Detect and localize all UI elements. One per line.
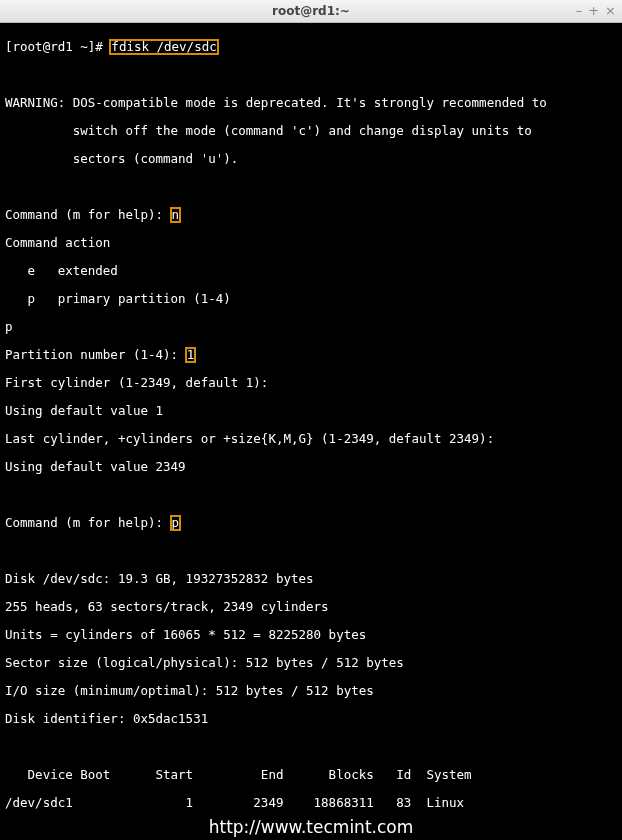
fdisk-action-extended: e extended — [5, 264, 617, 278]
maximize-button[interactable]: + — [588, 4, 599, 18]
close-button[interactable]: × — [605, 4, 616, 18]
default-value: Using default value 1 — [5, 404, 617, 418]
fdisk-prompt: Command (m for help): — [5, 208, 171, 222]
warning-line: WARNING: DOS-compatible mode is deprecat… — [5, 96, 617, 110]
terminal[interactable]: [root@rd1 ~]# fdisk /dev/sdc WARNING: DO… — [0, 23, 622, 840]
fdisk-action-primary: p primary partition (1-4) — [5, 292, 617, 306]
fdisk-input-p: p — [171, 516, 181, 530]
shell-command: fdisk /dev/sdc — [110, 40, 217, 54]
disk-info: Sector size (logical/physical): 512 byte… — [5, 656, 617, 670]
warning-line: switch off the mode (command 'c') and ch… — [5, 124, 617, 138]
partition-table-row: /dev/sdc1 1 2349 18868311 83 Linux — [5, 796, 617, 810]
fdisk-input-n: n — [171, 208, 181, 222]
disk-info: 255 heads, 63 sectors/track, 2349 cylind… — [5, 600, 617, 614]
window-controls: – + × — [576, 4, 616, 18]
window-titlebar: root@rd1:~ – + × — [0, 0, 622, 23]
fdisk-prompt: Command (m for help): — [5, 516, 171, 530]
fdisk-choice: p — [5, 320, 617, 334]
fdisk-action-header: Command action — [5, 236, 617, 250]
minimize-button[interactable]: – — [576, 4, 583, 18]
window-title: root@rd1:~ — [272, 4, 350, 18]
partition-number-value: 1 — [186, 348, 196, 362]
partition-table-header: Device Boot Start End Blocks Id System — [5, 768, 617, 782]
disk-info: Disk identifier: 0x5dac1531 — [5, 712, 617, 726]
warning-line: sectors (command 'u'). — [5, 152, 617, 166]
default-value: Using default value 2349 — [5, 460, 617, 474]
shell-prompt: [root@rd1 ~]# — [5, 40, 110, 54]
footer-url: http://www.tecmint.com — [0, 820, 622, 834]
first-cylinder: First cylinder (1-2349, default 1): — [5, 376, 617, 390]
disk-info: Units = cylinders of 16065 * 512 = 82252… — [5, 628, 617, 642]
disk-info: I/O size (minimum/optimal): 512 bytes / … — [5, 684, 617, 698]
partition-number-label: Partition number (1-4): — [5, 348, 186, 362]
last-cylinder: Last cylinder, +cylinders or +size{K,M,G… — [5, 432, 617, 446]
disk-info: Disk /dev/sdc: 19.3 GB, 19327352832 byte… — [5, 572, 617, 586]
